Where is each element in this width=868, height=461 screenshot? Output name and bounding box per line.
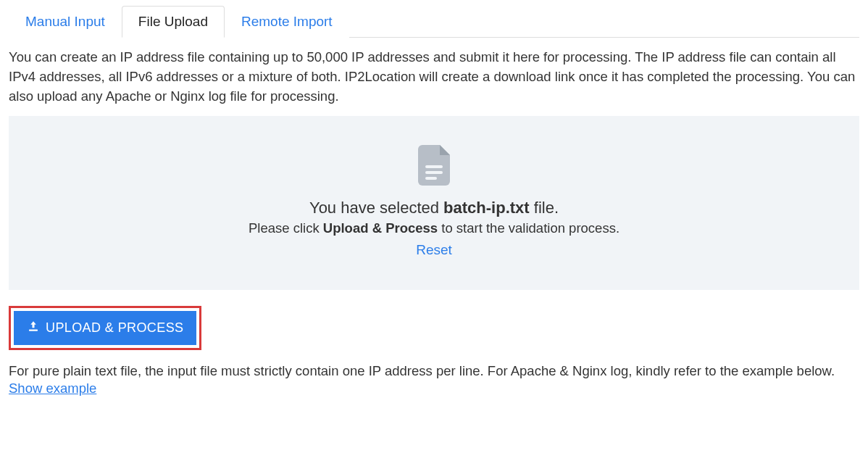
selected-file-name: batch-ip.txt xyxy=(443,199,530,217)
file-icon xyxy=(418,145,450,186)
file-dropzone[interactable]: You have selected batch-ip.txt file. Ple… xyxy=(9,116,859,290)
show-example-link[interactable]: Show example xyxy=(9,381,96,396)
tab-manual-input[interactable]: Manual Input xyxy=(9,6,122,38)
tabs-bar: Manual Input File Upload Remote Import xyxy=(9,6,859,38)
intro-text: You can create an IP address file contai… xyxy=(9,48,859,106)
action-row: UPLOAD & PROCESS xyxy=(9,306,859,350)
reset-link[interactable]: Reset xyxy=(416,242,452,258)
tab-remote-import[interactable]: Remote Import xyxy=(225,6,349,38)
svg-rect-0 xyxy=(425,165,443,168)
format-note: For pure plain text file, the input file… xyxy=(9,362,859,381)
tab-file-upload[interactable]: File Upload xyxy=(122,6,225,38)
upload-process-button[interactable]: UPLOAD & PROCESS xyxy=(14,311,196,345)
highlight-box: UPLOAD & PROCESS xyxy=(9,306,201,350)
svg-rect-1 xyxy=(425,171,443,174)
instruction-text: Please click Upload & Process to start t… xyxy=(23,220,845,236)
upload-icon xyxy=(27,320,40,336)
upload-button-label: UPLOAD & PROCESS xyxy=(46,320,183,336)
selected-file-text: You have selected batch-ip.txt file. xyxy=(23,199,845,217)
svg-rect-2 xyxy=(425,177,437,180)
svg-rect-3 xyxy=(29,330,38,331)
